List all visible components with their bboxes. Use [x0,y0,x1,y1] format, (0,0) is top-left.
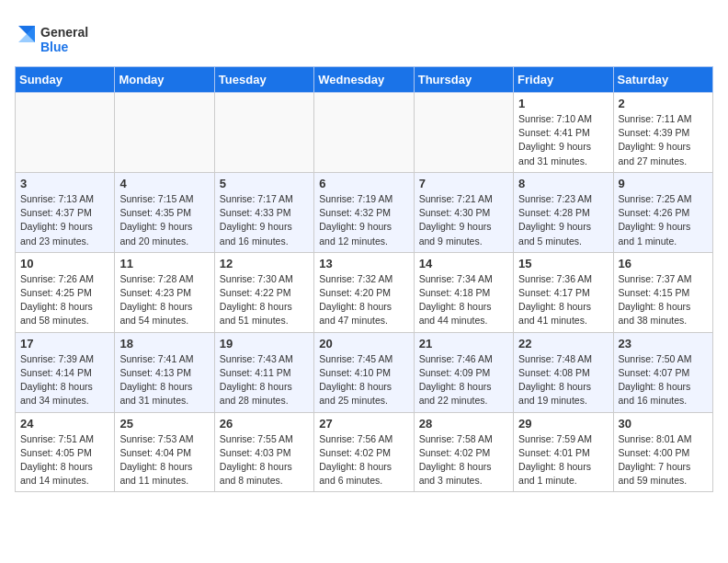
day-number: 7 [419,177,508,190]
calendar-cell [16,93,115,173]
day-detail: Sunrise: 7:15 AM Sunset: 4:35 PM Dayligh… [119,192,209,248]
day-number: 20 [319,337,408,350]
calendar-cell: 10Sunrise: 7:26 AM Sunset: 4:25 PM Dayli… [16,252,115,332]
calendar-cell: 17Sunrise: 7:39 AM Sunset: 4:14 PM Dayli… [16,332,115,412]
day-number: 5 [220,177,309,190]
day-number: 6 [319,177,408,190]
calendar-header-saturday: Saturday [613,67,712,93]
svg-text:Blue: Blue [40,40,69,54]
day-number: 11 [119,257,209,270]
calendar-cell: 27Sunrise: 7:56 AM Sunset: 4:02 PM Dayli… [314,412,414,492]
calendar-cell: 12Sunrise: 7:30 AM Sunset: 4:22 PM Dayli… [214,252,313,332]
day-number: 26 [220,417,309,431]
calendar-header-tuesday: Tuesday [214,67,313,93]
calendar-cell: 30Sunrise: 8:01 AM Sunset: 4:00 PM Dayli… [613,412,712,492]
day-detail: Sunrise: 7:58 AM Sunset: 4:02 PM Dayligh… [419,432,508,488]
day-detail: Sunrise: 7:53 AM Sunset: 4:04 PM Dayligh… [119,432,209,488]
calendar-cell: 18Sunrise: 7:41 AM Sunset: 4:13 PM Dayli… [115,332,214,412]
calendar-cell [314,93,414,173]
day-number: 8 [518,177,608,190]
day-number: 15 [518,257,608,270]
day-number: 28 [419,417,508,431]
day-detail: Sunrise: 7:50 AM Sunset: 4:07 PM Dayligh… [619,352,708,408]
day-number: 25 [119,417,209,431]
calendar-cell: 13Sunrise: 7:32 AM Sunset: 4:20 PM Dayli… [314,252,414,332]
calendar-header-friday: Friday [514,67,613,93]
calendar-cell: 3Sunrise: 7:13 AM Sunset: 4:37 PM Daylig… [16,172,115,252]
calendar-week-row: 24Sunrise: 7:51 AM Sunset: 4:05 PM Dayli… [16,412,713,492]
day-detail: Sunrise: 7:59 AM Sunset: 4:01 PM Dayligh… [518,432,608,488]
day-detail: Sunrise: 7:36 AM Sunset: 4:17 PM Dayligh… [518,272,608,328]
day-detail: Sunrise: 7:45 AM Sunset: 4:10 PM Dayligh… [319,352,408,408]
day-number: 30 [619,417,708,431]
day-number: 14 [419,257,508,270]
calendar-cell: 7Sunrise: 7:21 AM Sunset: 4:30 PM Daylig… [414,172,513,252]
day-number: 13 [319,257,408,270]
calendar-header-wednesday: Wednesday [314,67,414,93]
day-detail: Sunrise: 7:51 AM Sunset: 4:05 PM Dayligh… [20,432,109,488]
day-detail: Sunrise: 7:19 AM Sunset: 4:32 PM Dayligh… [319,192,408,248]
logo-icon: General Blue [15,18,97,59]
day-number: 10 [20,257,109,270]
day-number: 18 [119,337,209,350]
calendar-cell: 8Sunrise: 7:23 AM Sunset: 4:28 PM Daylig… [514,172,613,252]
day-number: 19 [220,337,309,350]
calendar-cell: 20Sunrise: 7:45 AM Sunset: 4:10 PM Dayli… [314,332,414,412]
day-detail: Sunrise: 8:01 AM Sunset: 4:00 PM Dayligh… [619,432,708,488]
calendar-cell: 21Sunrise: 7:46 AM Sunset: 4:09 PM Dayli… [414,332,513,412]
day-detail: Sunrise: 7:48 AM Sunset: 4:08 PM Dayligh… [518,352,608,408]
calendar-cell: 5Sunrise: 7:17 AM Sunset: 4:33 PM Daylig… [214,172,313,252]
day-detail: Sunrise: 7:46 AM Sunset: 4:09 PM Dayligh… [419,352,508,408]
day-detail: Sunrise: 7:37 AM Sunset: 4:15 PM Dayligh… [619,272,708,328]
day-detail: Sunrise: 7:32 AM Sunset: 4:20 PM Dayligh… [319,272,408,328]
calendar-cell: 14Sunrise: 7:34 AM Sunset: 4:18 PM Dayli… [414,252,513,332]
day-detail: Sunrise: 7:28 AM Sunset: 4:23 PM Dayligh… [119,272,209,328]
calendar-header-sunday: Sunday [16,67,115,93]
day-detail: Sunrise: 7:43 AM Sunset: 4:11 PM Dayligh… [220,352,309,408]
day-detail: Sunrise: 7:10 AM Sunset: 4:41 PM Dayligh… [518,112,608,168]
day-number: 29 [518,417,608,431]
day-detail: Sunrise: 7:34 AM Sunset: 4:18 PM Dayligh… [419,272,508,328]
calendar-header-thursday: Thursday [414,67,513,93]
calendar-week-row: 3Sunrise: 7:13 AM Sunset: 4:37 PM Daylig… [16,172,713,252]
calendar-week-row: 10Sunrise: 7:26 AM Sunset: 4:25 PM Dayli… [16,252,713,332]
calendar-header-row: SundayMondayTuesdayWednesdayThursdayFrid… [16,67,713,93]
calendar-cell: 1Sunrise: 7:10 AM Sunset: 4:41 PM Daylig… [514,93,613,173]
calendar-cell: 2Sunrise: 7:11 AM Sunset: 4:39 PM Daylig… [613,93,712,173]
day-detail: Sunrise: 7:56 AM Sunset: 4:02 PM Dayligh… [319,432,408,488]
calendar-cell [414,93,513,173]
calendar-cell: 23Sunrise: 7:50 AM Sunset: 4:07 PM Dayli… [613,332,712,412]
day-number: 24 [20,417,109,431]
day-detail: Sunrise: 7:11 AM Sunset: 4:39 PM Dayligh… [619,112,708,168]
calendar-cell: 6Sunrise: 7:19 AM Sunset: 4:32 PM Daylig… [314,172,414,252]
header: General Blue [15,15,713,59]
day-number: 17 [20,337,109,350]
calendar-cell: 28Sunrise: 7:58 AM Sunset: 4:02 PM Dayli… [414,412,513,492]
calendar-cell: 22Sunrise: 7:48 AM Sunset: 4:08 PM Dayli… [514,332,613,412]
calendar-cell: 25Sunrise: 7:53 AM Sunset: 4:04 PM Dayli… [115,412,214,492]
calendar-table: SundayMondayTuesdayWednesdayThursdayFrid… [15,66,713,492]
day-detail: Sunrise: 7:41 AM Sunset: 4:13 PM Dayligh… [119,352,209,408]
day-number: 4 [119,177,209,190]
day-number: 23 [619,337,708,350]
day-number: 22 [518,337,608,350]
day-number: 16 [619,257,708,270]
calendar-cell: 16Sunrise: 7:37 AM Sunset: 4:15 PM Dayli… [613,252,712,332]
day-detail: Sunrise: 7:23 AM Sunset: 4:28 PM Dayligh… [518,192,608,248]
day-detail: Sunrise: 7:13 AM Sunset: 4:37 PM Dayligh… [20,192,109,248]
day-detail: Sunrise: 7:55 AM Sunset: 4:03 PM Dayligh… [220,432,309,488]
calendar-cell: 15Sunrise: 7:36 AM Sunset: 4:17 PM Dayli… [514,252,613,332]
calendar-week-row: 17Sunrise: 7:39 AM Sunset: 4:14 PM Dayli… [16,332,713,412]
logo: General Blue [15,18,97,59]
day-number: 21 [419,337,508,350]
calendar-cell: 29Sunrise: 7:59 AM Sunset: 4:01 PM Dayli… [514,412,613,492]
day-number: 12 [220,257,309,270]
calendar-cell: 11Sunrise: 7:28 AM Sunset: 4:23 PM Dayli… [115,252,214,332]
day-number: 1 [518,97,608,110]
day-detail: Sunrise: 7:39 AM Sunset: 4:14 PM Dayligh… [20,352,109,408]
svg-text:General: General [40,25,88,40]
calendar-week-row: 1Sunrise: 7:10 AM Sunset: 4:41 PM Daylig… [16,93,713,173]
calendar-header-monday: Monday [115,67,214,93]
day-number: 2 [619,97,708,110]
calendar-cell: 9Sunrise: 7:25 AM Sunset: 4:26 PM Daylig… [613,172,712,252]
